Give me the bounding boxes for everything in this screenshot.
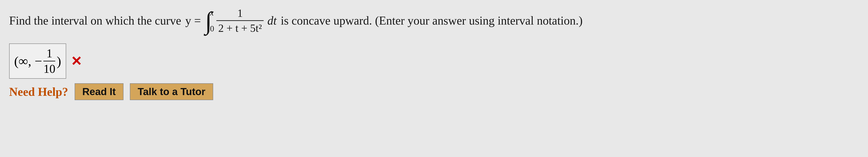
answer-box-area: (∞, − 1 10 ) ✕ [9, 43, 859, 79]
answer-fraction-bar [43, 61, 55, 62]
integral-limits: x 0 [210, 8, 214, 33]
dt-text: dt [267, 14, 276, 27]
question-line: Find the interval on which the curve y =… [9, 7, 859, 34]
answer-open: (∞, − [14, 53, 42, 69]
need-help-label: Need Help? [9, 85, 68, 99]
fraction-numerator: 1 [236, 7, 245, 19]
integrand-fraction: 1 2 + t + 5t² [216, 7, 264, 34]
fraction-bar [216, 20, 264, 21]
question-suffix: is concave upward. (Enter your answer us… [281, 14, 583, 27]
answer-fraction-num: 1 [46, 47, 52, 60]
integral-lower: 0 [210, 24, 214, 33]
integral-upper: x [210, 8, 214, 17]
answer-box: (∞, − 1 10 ) [9, 43, 66, 79]
question-prefix: Find the interval on which the curve [9, 14, 181, 27]
answer-close: ) [57, 53, 61, 69]
answer-fraction: 1 10 [43, 47, 55, 76]
need-help-row: Need Help? Read It Talk to a Tutor [9, 83, 859, 100]
y-equals: y = [185, 14, 201, 27]
answer-fraction-den: 10 [43, 62, 55, 76]
integral-expression: ∫ x 0 1 2 + t + 5t² dt [205, 7, 277, 34]
wrong-icon: ✕ [71, 53, 82, 69]
talk-to-tutor-button[interactable]: Talk to a Tutor [130, 83, 213, 100]
read-it-button[interactable]: Read It [74, 83, 124, 100]
fraction-denominator: 2 + t + 5t² [216, 22, 264, 34]
main-content: Find the interval on which the curve y =… [9, 7, 859, 100]
